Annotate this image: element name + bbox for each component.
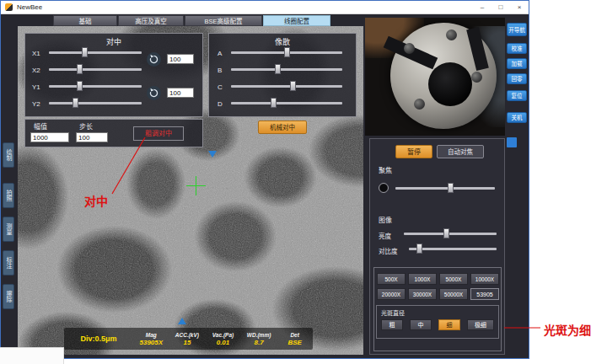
- slider-track: [231, 85, 342, 88]
- status-bar: Div:0.5μm Mag 53905X ACC.(kV) 15 Vac.(Pa…: [64, 328, 313, 350]
- mag-10000x-button[interactable]: 10000X: [470, 273, 499, 285]
- tab-coil-config[interactable]: 线圈配置: [263, 15, 330, 26]
- nav-load-button[interactable]: 加载: [507, 58, 527, 69]
- slider-thumb[interactable]: [290, 81, 296, 91]
- tab-hv-vacuum[interactable]: 高压及真空: [118, 15, 184, 26]
- focus-slider[interactable]: [395, 183, 495, 193]
- mag-30000x-button[interactable]: 30000X: [408, 288, 437, 300]
- specimen-stage: [390, 23, 497, 129]
- astig-b-label: B: [218, 67, 222, 74]
- slider-thumb[interactable]: [73, 98, 78, 108]
- app-icon: [5, 3, 13, 11]
- mag-500x-button[interactable]: 500X: [377, 273, 406, 285]
- nav-more-button[interactable]: [507, 137, 517, 147]
- annotation-spot: 光斑为细: [544, 321, 591, 338]
- brightness-slider[interactable]: [404, 228, 497, 238]
- y1-label: Y1: [32, 83, 40, 91]
- spot-medium-button[interactable]: 中: [410, 319, 432, 330]
- astig-d-slider[interactable]: [231, 98, 342, 108]
- sem-viewport[interactable]: 对中 X1 X2 Y1 Y2: [18, 26, 363, 355]
- astigmatism-title: 像散: [209, 36, 356, 47]
- status-mag: Mag 53905X: [133, 332, 169, 346]
- amp-label: 幅值: [34, 121, 47, 131]
- minimize-button[interactable]: –: [473, 1, 492, 14]
- centering-title: 对中: [25, 36, 202, 47]
- window-title: NewBee: [17, 3, 42, 11]
- x-amplitude-input[interactable]: [167, 54, 194, 64]
- y1-slider[interactable]: [49, 81, 142, 91]
- mag-1000x-button[interactable]: 1000X: [408, 273, 437, 285]
- x2-label: X2: [32, 67, 40, 74]
- tab-basic[interactable]: 基础: [53, 15, 117, 26]
- pause-button[interactable]: 暂停: [395, 145, 432, 158]
- mag-50000x-button[interactable]: 50000X: [439, 288, 468, 300]
- image-section-label: 图像: [379, 215, 392, 224]
- nav-home-button[interactable]: 回零: [507, 73, 527, 84]
- stage-screw: [414, 99, 425, 110]
- amp-input[interactable]: [30, 132, 69, 142]
- crosshair-icon: [186, 176, 206, 195]
- slider-thumb[interactable]: [275, 64, 281, 74]
- nav-open-navigation-button[interactable]: 开导航: [507, 23, 527, 36]
- slider-thumb[interactable]: [448, 183, 454, 193]
- status-acc: ACC.(kV) 15: [169, 332, 206, 346]
- x2-slider[interactable]: [49, 64, 142, 74]
- magnification-group: 500X 1000X 5000X 10000X 20000X 30000X 50…: [373, 267, 502, 351]
- scale-div-label: Div:0.5μm: [64, 335, 133, 343]
- y-amplitude-input[interactable]: [167, 88, 194, 98]
- spot-coarse-button[interactable]: 粗: [381, 319, 403, 330]
- spot-fine-button[interactable]: 细: [438, 319, 460, 330]
- marker-icon: [178, 318, 186, 324]
- slider-track: [395, 187, 495, 190]
- nav-calibrate-button[interactable]: 校准: [507, 43, 527, 54]
- slider-thumb[interactable]: [416, 244, 422, 254]
- focus-label: 聚焦: [379, 165, 392, 174]
- tabbar: 基础 高压及真空 BSE高级配置 线圈配置: [53, 15, 330, 26]
- tab-bse-advanced[interactable]: BSE高级配置: [185, 15, 262, 26]
- rotate-x-icon[interactable]: [147, 52, 161, 67]
- slider-track: [231, 102, 342, 104]
- mag-5000x-button[interactable]: 5000X: [439, 273, 468, 285]
- slider-thumb[interactable]: [77, 81, 83, 91]
- marker-icon: [208, 151, 217, 158]
- annotation-centering: 对中: [84, 192, 108, 209]
- mechanical-centering-button[interactable]: 机械对中: [258, 120, 307, 134]
- slider-thumb[interactable]: [284, 47, 290, 57]
- mag-custom-value[interactable]: 53905: [470, 288, 499, 300]
- slider-thumb[interactable]: [271, 98, 277, 108]
- slider-track: [404, 233, 497, 235]
- x1-slider[interactable]: [49, 47, 142, 57]
- stage-screw: [446, 29, 457, 40]
- slider-thumb[interactable]: [443, 228, 449, 238]
- slider-thumb[interactable]: [77, 64, 83, 74]
- tool-snapshot-button[interactable]: 拍照: [3, 183, 14, 208]
- titlebar: NewBee – □ ×: [1, 1, 529, 14]
- tool-annotate-button[interactable]: 标注: [3, 250, 14, 276]
- focus-radio[interactable]: [379, 183, 389, 193]
- step-input[interactable]: [76, 132, 108, 142]
- contrast-slider[interactable]: [409, 244, 497, 254]
- coarse-centering-button[interactable]: 粗调对中: [133, 126, 184, 141]
- astig-a-slider[interactable]: [231, 47, 342, 57]
- tool-draw-button[interactable]: 绘制: [3, 142, 14, 168]
- close-button[interactable]: ×: [510, 1, 529, 14]
- x1-label: X1: [32, 50, 40, 57]
- mag-20000x-button[interactable]: 20000X: [377, 288, 406, 300]
- nav-reset-button[interactable]: 复位: [507, 90, 527, 101]
- astig-a-label: A: [218, 50, 222, 57]
- astig-b-slider[interactable]: [231, 64, 342, 74]
- rotate-y-icon[interactable]: [147, 86, 161, 100]
- tool-measure-button[interactable]: 测量: [3, 217, 14, 242]
- slider-track: [49, 102, 142, 104]
- slider-thumb[interactable]: [82, 47, 88, 57]
- maximize-button[interactable]: □: [492, 1, 510, 14]
- y2-slider[interactable]: [49, 98, 142, 108]
- astig-c-slider[interactable]: [231, 81, 342, 91]
- status-det: Det BSE: [277, 332, 313, 346]
- tool-erase-button[interactable]: 擦除: [3, 284, 14, 309]
- spot-ultrafine-button[interactable]: 极细: [467, 319, 494, 330]
- brightness-label: 亮度: [379, 231, 391, 240]
- centering-panel: 对中 X1 X2 Y1 Y2: [24, 33, 203, 117]
- autofocus-button[interactable]: 自动对焦: [437, 145, 484, 158]
- nav-shutdown-button[interactable]: 关机: [507, 112, 527, 123]
